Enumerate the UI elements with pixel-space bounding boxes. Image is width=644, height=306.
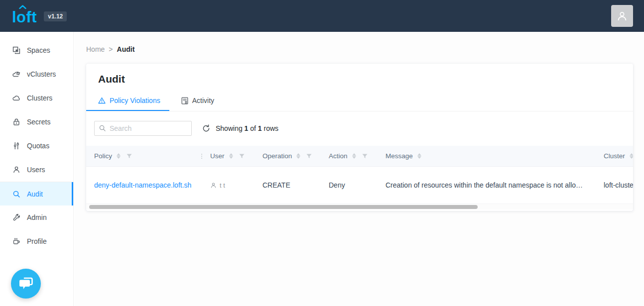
search-box [94,121,192,136]
sidebar-item-clusters[interactable]: Clusters [0,86,73,110]
filter-icon[interactable] [127,154,132,159]
filter-icon[interactable] [362,154,368,159]
sidebar-item-label: Secrets [27,118,50,126]
sidebar-item-users[interactable]: Users [0,158,73,182]
tab-policy-violations[interactable]: Policy Violations [86,92,169,111]
column-header-cluster[interactable]: Cluster [596,152,633,160]
chat-launcher-button[interactable] [11,269,41,299]
sidebar-item-label: Profile [27,237,47,245]
users-icon [12,166,20,174]
audit-search-icon [12,190,20,198]
breadcrumb-current: Audit [117,45,135,53]
action-cell: Deny [321,181,378,189]
sort-icon[interactable] [296,153,300,159]
column-header-message[interactable]: Message [378,152,596,160]
horizontal-scrollbar [86,204,633,209]
version-badge: v1.12 [44,11,67,21]
sidebar-item-spaces[interactable]: Spaces [0,38,73,62]
sort-icon[interactable] [117,153,121,159]
sort-icon[interactable] [229,153,233,159]
user-cell: t t [210,182,255,189]
sidebar-item-label: Users [27,166,45,174]
user-name: t t [220,182,225,189]
sort-icon[interactable] [417,153,421,159]
activity-log-icon [181,97,188,104]
sort-icon[interactable] [352,153,356,159]
sidebar-item-profile[interactable]: Profile [0,229,73,253]
sidebar-item-label: Admin [27,213,47,221]
search-input[interactable] [94,121,192,136]
column-resize-handle[interactable] [201,154,202,159]
user-avatar[interactable] [611,5,633,27]
secrets-icon [12,118,20,126]
user-icon [210,182,217,189]
vclusters-icon [12,70,20,78]
sidebar-item-label: Spaces [27,46,50,54]
logo-roof-icon [19,5,26,9]
sidebar-item-label: Quotas [27,142,49,150]
page-title: Audit [86,64,633,85]
column-header-user[interactable]: User [202,152,255,160]
person-icon [616,10,628,22]
sidebar-item-label: vClusters [27,70,56,78]
column-header-operation[interactable]: Operation [255,152,321,160]
topbar: loft v1.12 [0,0,644,32]
refresh-button[interactable] [201,123,212,134]
search-icon [99,124,106,132]
spaces-icon [12,46,20,54]
sidebar-item-audit[interactable]: Audit [0,182,73,205]
quotas-icon [12,142,20,150]
warning-triangle-icon [98,97,106,104]
table-header-row: Policy User [86,146,633,167]
policy-link[interactable]: deny-default-namespace.loft.sh [94,181,191,189]
sidebar-item-vclusters[interactable]: vClusters [0,62,73,86]
column-header-action[interactable]: Action [321,152,378,160]
tab-label: Activity [192,97,214,104]
profile-cup-icon [12,237,20,245]
sort-icon[interactable] [630,153,633,159]
tab-activity[interactable]: Activity [169,92,223,111]
filter-icon[interactable] [239,154,245,159]
table: Policy User [86,146,633,204]
tab-bar: Policy Violations Activity [86,92,633,111]
breadcrumb: Home > Audit [86,45,644,53]
row-count-status: Showing 1 of 1 rows [216,124,278,132]
sidebar-item-quotas[interactable]: Quotas [0,134,73,158]
scrollbar-thumb[interactable] [89,205,478,209]
loft-logo[interactable]: loft [12,7,37,25]
sidebar-item-label: Clusters [27,94,52,102]
breadcrumb-separator: > [109,45,113,53]
column-header-policy[interactable]: Policy [86,152,202,160]
logo-text: loft [12,8,37,26]
tab-label: Policy Violations [110,97,160,104]
audit-card: Audit Policy Violations Activity [86,64,633,211]
breadcrumb-home[interactable]: Home [86,45,105,53]
operation-cell: CREATE [255,181,321,189]
sidebar: Spaces vClusters Clusters Secrets Quotas… [0,32,74,306]
chat-icon [18,277,33,291]
cluster-cell: loft-cluster [596,181,633,189]
main-content: Home > Audit Audit Policy Violations Act… [74,32,644,306]
sidebar-item-label: Audit [27,190,43,198]
message-cell: Creation of resources within the default… [378,181,596,189]
clusters-icon [12,94,20,102]
filter-icon[interactable] [306,154,312,159]
sidebar-item-secrets[interactable]: Secrets [0,110,73,134]
table-toolbar: Showing 1 of 1 rows [86,111,633,136]
sidebar-item-admin[interactable]: Admin [0,205,73,229]
table-row: deny-default-namespace.loft.sh t t CREAT… [86,167,633,204]
admin-wrench-icon [12,213,20,221]
